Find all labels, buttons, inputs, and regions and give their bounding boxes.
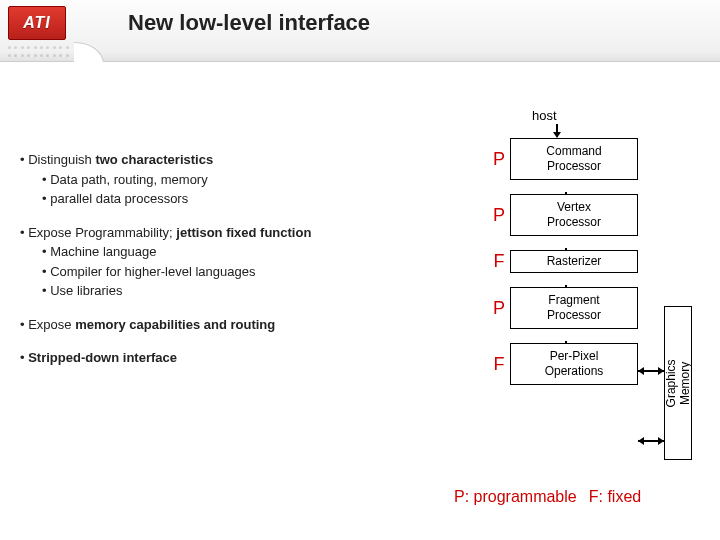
bullet-head-bold: memory capabilities and routing: [75, 317, 275, 332]
bullet-head-plain: Expose Programmability;: [28, 225, 176, 240]
bullet-list: Distinguish two characteristics Data pat…: [20, 150, 460, 382]
stage-box-fragment-processor: FragmentProcessor: [510, 287, 638, 329]
arrow-host-in: [556, 124, 558, 134]
pipeline-stage: P VertexProcessor: [488, 194, 638, 236]
graphics-memory-label: GraphicsMemory: [664, 359, 693, 407]
bullet-head-plain: Expose: [28, 317, 75, 332]
bullet-item: Stripped-down interface: [20, 348, 460, 368]
bullet-head: Distinguish two characteristics: [20, 150, 460, 170]
ati-logo-text: ATI: [23, 14, 51, 32]
pipeline-stage: F Per-PixelOperations: [488, 343, 638, 385]
stage-box-per-pixel-ops: Per-PixelOperations: [510, 343, 638, 385]
stage-box-command-processor: CommandProcessor: [510, 138, 638, 180]
ati-logo: ATI: [8, 6, 66, 40]
header: ATI New low-level interface: [0, 0, 720, 62]
bullet-head-bold: two characteristics: [95, 152, 213, 167]
sub-bullet: Machine language: [42, 242, 460, 262]
header-dot-grid: [8, 46, 70, 60]
stage-tag: P: [488, 138, 510, 180]
stage-tag: F: [488, 343, 510, 385]
graphics-memory-box: GraphicsMemory: [664, 306, 692, 460]
bullet-head-bold: Stripped-down interface: [28, 350, 177, 365]
bullet-head-bold: jettison fixed function: [176, 225, 311, 240]
pipeline-stage: F Rasterizer: [488, 250, 638, 273]
sub-bullet: Use libraries: [42, 281, 460, 301]
stage-tag: P: [488, 194, 510, 236]
bullet-head: Expose memory capabilities and routing: [20, 315, 460, 335]
legend: P: programmableF: fixed: [454, 488, 641, 506]
memory-link-arrow: [638, 440, 664, 442]
bullet-head: Expose Programmability; jettison fixed f…: [20, 223, 460, 243]
stage-box-rasterizer: Rasterizer: [510, 250, 638, 273]
memory-link-arrow: [638, 370, 664, 372]
pipeline-diagram: P CommandProcessor P VertexProcessor F R…: [488, 138, 638, 399]
legend-p: P: programmable: [454, 488, 577, 505]
sub-bullet: Compiler for higher-level languages: [42, 262, 460, 282]
sub-bullet: parallel data processors: [42, 189, 460, 209]
sub-bullet: Data path, routing, memory: [42, 170, 460, 190]
pipeline-stage: P FragmentProcessor: [488, 287, 638, 329]
pipeline-stage: P CommandProcessor: [488, 138, 638, 180]
stage-tag: F: [488, 250, 510, 273]
bullet-item: Expose memory capabilities and routing: [20, 315, 460, 335]
page-title: New low-level interface: [128, 10, 370, 36]
bullet-item: Expose Programmability; jettison fixed f…: [20, 223, 460, 301]
bullet-item: Distinguish two characteristics Data pat…: [20, 150, 460, 209]
header-tab-curve: [74, 42, 124, 62]
bullet-head-plain: Distinguish: [28, 152, 95, 167]
stage-box-vertex-processor: VertexProcessor: [510, 194, 638, 236]
bullet-head: Stripped-down interface: [20, 348, 460, 368]
legend-f: F: fixed: [589, 488, 641, 505]
host-label: host: [532, 108, 557, 123]
stage-tag: P: [488, 287, 510, 329]
